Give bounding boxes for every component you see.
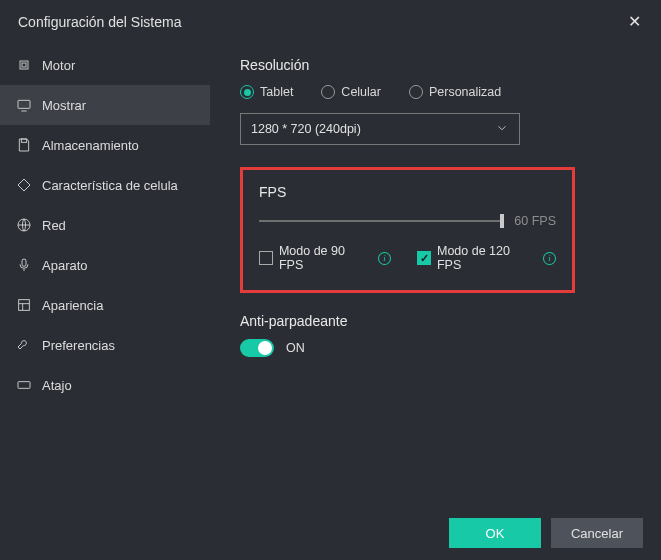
- sidebar-item-label: Almacenamiento: [42, 138, 139, 153]
- checkbox-icon: [417, 251, 431, 265]
- svg-rect-1: [22, 63, 26, 67]
- cpu-icon: [16, 57, 32, 73]
- sidebar-item-motor[interactable]: Motor: [0, 45, 210, 85]
- keyboard-icon: [16, 377, 32, 393]
- sidebar-item-mostrar[interactable]: Mostrar: [0, 85, 210, 125]
- fps-slider[interactable]: [259, 220, 504, 222]
- info-icon[interactable]: i: [378, 252, 391, 265]
- wrench-icon: [16, 337, 32, 353]
- radio-celular[interactable]: Celular: [321, 85, 381, 99]
- layout-icon: [16, 297, 32, 313]
- svg-rect-0: [20, 61, 28, 69]
- sidebar-item-label: Atajo: [42, 378, 72, 393]
- svg-rect-4: [21, 139, 26, 142]
- checkbox-icon: [259, 251, 273, 265]
- cancel-button[interactable]: Cancelar: [551, 518, 643, 548]
- fps-highlight-box: FPS 60 FPS Modo de 90 FPS i Modo de 120 …: [240, 167, 575, 293]
- svg-rect-2: [18, 100, 30, 108]
- sidebar-item-caracteristica[interactable]: Característica de celula: [0, 165, 210, 205]
- anti-flicker-toggle[interactable]: [240, 339, 274, 357]
- sidebar-item-label: Red: [42, 218, 66, 233]
- sidebar-item-label: Mostrar: [42, 98, 86, 113]
- microphone-icon: [16, 257, 32, 273]
- radio-icon: [409, 85, 423, 99]
- svg-rect-10: [18, 382, 30, 389]
- tag-icon: [16, 177, 32, 193]
- fps-slider-label: 60 FPS: [514, 214, 556, 228]
- sidebar-item-red[interactable]: Red: [0, 205, 210, 245]
- monitor-icon: [16, 97, 32, 113]
- resolution-select[interactable]: 1280 * 720 (240dpi): [240, 113, 520, 145]
- checkbox-90fps[interactable]: Modo de 90 FPS i: [259, 244, 391, 272]
- globe-icon: [16, 217, 32, 233]
- radio-label: Personalizad: [429, 85, 501, 99]
- radio-label: Celular: [341, 85, 381, 99]
- sidebar-item-label: Apariencia: [42, 298, 103, 313]
- radio-tablet[interactable]: Tablet: [240, 85, 293, 99]
- sidebar-item-label: Aparato: [42, 258, 88, 273]
- slider-thumb-icon[interactable]: [500, 214, 504, 228]
- info-icon[interactable]: i: [543, 252, 556, 265]
- anti-flicker-title: Anti-parpadeante: [240, 313, 631, 329]
- anti-flicker-state: ON: [286, 341, 305, 355]
- resolution-radio-group: Tablet Celular Personalizad: [240, 85, 631, 99]
- sidebar-item-atajo[interactable]: Atajo: [0, 365, 210, 405]
- window-title: Configuración del Sistema: [18, 14, 181, 30]
- select-value: 1280 * 720 (240dpi): [251, 122, 361, 136]
- content-panel: Resolución Tablet Celular Personalizad 1…: [210, 41, 661, 511]
- checkbox-label: Modo de 120 FPS: [437, 244, 537, 272]
- svg-rect-6: [22, 259, 26, 266]
- sidebar-item-preferencias[interactable]: Preferencias: [0, 325, 210, 365]
- toggle-knob-icon: [258, 341, 272, 355]
- sidebar-item-apariencia[interactable]: Apariencia: [0, 285, 210, 325]
- footer: OK Cancelar: [431, 506, 661, 560]
- chevron-down-icon: [495, 121, 509, 138]
- radio-icon: [321, 85, 335, 99]
- checkbox-120fps[interactable]: Modo de 120 FPS i: [417, 244, 556, 272]
- close-button[interactable]: ✕: [622, 10, 647, 33]
- radio-personalizado[interactable]: Personalizad: [409, 85, 501, 99]
- fps-title: FPS: [259, 184, 556, 200]
- sidebar-item-label: Característica de celula: [42, 178, 178, 193]
- sidebar-item-label: Motor: [42, 58, 75, 73]
- radio-icon: [240, 85, 254, 99]
- sidebar-item-almacenamiento[interactable]: Almacenamiento: [0, 125, 210, 165]
- radio-label: Tablet: [260, 85, 293, 99]
- resolution-title: Resolución: [240, 57, 631, 73]
- sidebar-item-label: Preferencias: [42, 338, 115, 353]
- checkbox-label: Modo de 90 FPS: [279, 244, 372, 272]
- save-icon: [16, 137, 32, 153]
- sidebar-item-aparato[interactable]: Aparato: [0, 245, 210, 285]
- ok-button[interactable]: OK: [449, 518, 541, 548]
- svg-rect-7: [19, 300, 30, 311]
- sidebar: Motor Mostrar Almacenamiento Característ…: [0, 41, 210, 511]
